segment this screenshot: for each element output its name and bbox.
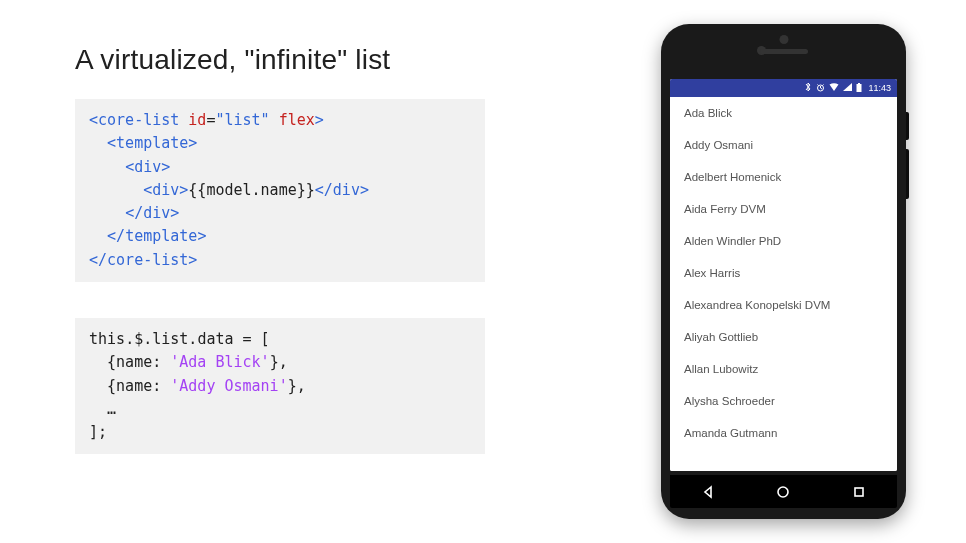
code-token: div [333,181,360,199]
list-item[interactable]: Amanda Gutmann [670,417,897,449]
code-token: 'Ada Blick' [170,353,269,371]
code-token: > [197,227,206,245]
code-token: < [143,181,152,199]
code-token: name [116,377,152,395]
code-token: : [152,353,170,371]
code-token [89,204,125,222]
recents-button[interactable] [850,483,868,501]
code-token: = [ [234,330,270,348]
code-token: </ [89,251,107,269]
code-token: < [89,111,98,129]
phone-frame: 11:43 Ada BlickAddy OsmaniAdelbert Homen… [661,24,906,519]
code-token [89,181,143,199]
code-token: > [188,134,197,152]
code-token: < [125,158,134,176]
alarm-icon [816,83,825,94]
code-token [89,227,107,245]
code-token [179,111,188,129]
code-token: flex [279,111,315,129]
svg-rect-2 [858,83,860,84]
code-token: > [188,251,197,269]
code-token: core-list [107,251,188,269]
battery-icon [856,83,862,94]
code-token: div [152,181,179,199]
code-token: : [152,377,170,395]
code-token: data [197,330,233,348]
code-token: ]; [89,423,107,441]
code-token: </ [125,204,143,222]
code-token: list [152,330,188,348]
home-button[interactable] [774,483,792,501]
code-token [89,158,125,176]
list-item[interactable]: Alexandrea Konopelski DVM [670,289,897,321]
list-item[interactable]: Aliyah Gottlieb [670,321,897,353]
status-time: 11:43 [868,83,891,93]
code-token: < [107,134,116,152]
page-title: A virtualized, "infinite" list [75,44,390,76]
list-item[interactable]: Alex Harris [670,257,897,289]
code-token: core-list [98,111,179,129]
code-token: </ [107,227,125,245]
phone-screen: 11:43 Ada BlickAddy OsmaniAdelbert Homen… [670,79,897,471]
list-item[interactable]: Adelbert Homenick [670,161,897,193]
code-token [89,134,107,152]
list-item[interactable]: Allan Lubowitz [670,353,897,385]
volume-button [906,149,909,199]
phone-speaker [760,49,808,54]
android-nav-bar [670,475,897,508]
wifi-icon [829,83,839,93]
code-token: id [188,111,206,129]
proximity-sensor [779,35,788,44]
list-item[interactable]: Ada Blick [670,97,897,129]
list-item[interactable]: Alden Windler PhD [670,225,897,257]
code-token: > [315,111,324,129]
code-token: > [360,181,369,199]
code-token: > [170,204,179,222]
code-token: . [143,330,152,348]
code-block-data: this.$.list.data = [ {name: 'Ada Blick'}… [75,318,485,454]
code-token: { [89,377,116,395]
code-token: { [89,353,116,371]
code-token: $ [134,330,143,348]
code-token: template [125,227,197,245]
list-item[interactable]: Aida Ferry DVM [670,193,897,225]
bluetooth-icon [804,82,812,94]
list-item[interactable]: Alysha Schroeder [670,385,897,417]
code-token: }, [270,353,288,371]
code-token [270,111,279,129]
status-bar: 11:43 [670,79,897,97]
svg-point-3 [778,487,788,497]
code-token: 'Addy Osmani' [170,377,287,395]
code-token: "list" [215,111,269,129]
code-token: name [116,353,152,371]
power-button [906,112,909,140]
code-token: div [134,158,161,176]
code-token: }, [288,377,306,395]
code-token: … [89,400,116,418]
code-token: . [125,330,134,348]
svg-rect-1 [857,84,862,92]
svg-rect-4 [855,488,863,496]
code-token: > [161,158,170,176]
back-button[interactable] [699,483,717,501]
list-item[interactable]: Addy Osmani [670,129,897,161]
signal-icon [843,83,852,93]
code-block-template: <core-list id="list" flex> <template> <d… [75,99,485,282]
code-token: div [143,204,170,222]
code-token: this [89,330,125,348]
code-token: {{model.name}} [188,181,314,199]
code-token: > [179,181,188,199]
code-token: template [116,134,188,152]
contact-list[interactable]: Ada BlickAddy OsmaniAdelbert HomenickAid… [670,97,897,471]
code-token: </ [315,181,333,199]
